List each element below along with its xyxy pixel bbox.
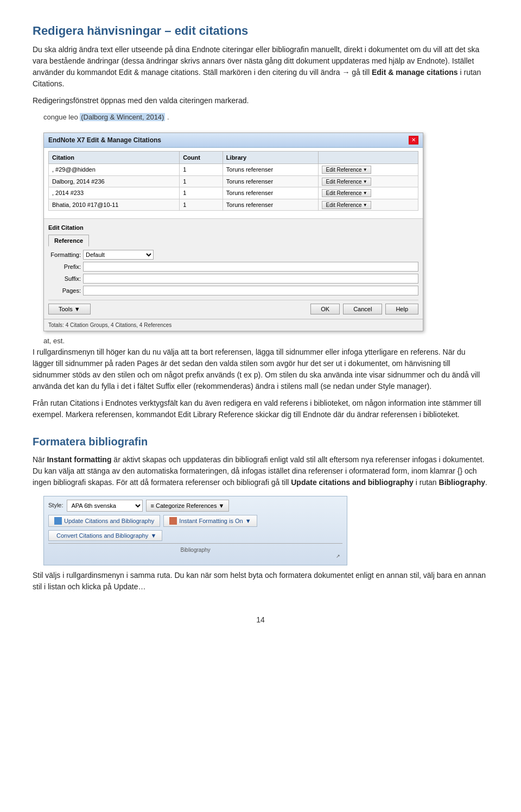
cell-count: 1 bbox=[180, 187, 223, 199]
section2-p1-end: . bbox=[485, 478, 487, 487]
cell-action: Edit Reference ▼ bbox=[319, 175, 418, 187]
dialog-titlebar: EndNote X7 Edit & Manage Citations ✕ bbox=[44, 133, 423, 148]
cell-action: Edit Reference ▼ bbox=[319, 164, 418, 176]
reference-tab[interactable]: Reference bbox=[48, 235, 89, 247]
page-number: 14 bbox=[33, 614, 488, 626]
update-icon bbox=[54, 517, 62, 525]
section2-p1-post2: i rutan bbox=[414, 478, 439, 487]
edit-reference-button[interactable]: Edit Reference ▼ bbox=[322, 201, 371, 209]
edit-ref-dropdown-arrow: ▼ bbox=[363, 179, 367, 184]
table-row: , #29@@hidden 1 Toruns referenser Edit R… bbox=[49, 164, 418, 176]
table-row: Dalborg, 2014 #236 1 Toruns referenser E… bbox=[49, 175, 418, 187]
citations-table: Citation Count Library , #29@@hidden 1 T… bbox=[48, 151, 418, 211]
pages-row: Pages: bbox=[48, 286, 418, 295]
bib-convert-row: Convert Citations and Bibliography ▼ bbox=[48, 530, 342, 541]
categorize-btn[interactable]: ≡ Categorize References ▼ bbox=[146, 500, 230, 512]
col-header-library: Library bbox=[223, 151, 319, 164]
intro-paragraph: Du ska aldrig ändra text eller utseende … bbox=[33, 44, 488, 90]
cell-citation: Dalborg, 2014 #236 bbox=[49, 175, 180, 187]
dialog-lower: Edit Citation Reference Formatting: Defa… bbox=[44, 218, 423, 319]
edit-citation-section: Edit Citation Reference Formatting: Defa… bbox=[48, 223, 418, 295]
cell-citation: , #29@@hidden bbox=[49, 164, 180, 176]
update-citations-btn[interactable]: Update Citations and Bibliography bbox=[48, 515, 160, 527]
ok-button[interactable]: OK bbox=[310, 304, 340, 314]
formatting-label: Formatting: bbox=[48, 250, 81, 260]
categorize-icon: ≡ bbox=[151, 502, 154, 509]
page-title: Redigera hänvisningar – edit citations bbox=[33, 22, 488, 40]
instant-formatting-btn[interactable]: Instant Formatting is On ▼ bbox=[163, 515, 257, 527]
intro-bold: Edit & manage citations bbox=[372, 68, 458, 77]
body-paragraph1: I rullgardinsmenyn till höger kan du nu … bbox=[33, 347, 488, 392]
cell-action: Edit Reference ▼ bbox=[319, 199, 418, 211]
col-header-citation: Citation bbox=[49, 151, 180, 164]
col-header-action bbox=[319, 151, 418, 164]
bib-toolbar-inner: Style: APA 6th svenska ≡ Categorize Refe… bbox=[48, 500, 342, 562]
cell-action: Edit Reference ▼ bbox=[319, 187, 418, 199]
dialog-body: Citation Count Library , #29@@hidden 1 T… bbox=[44, 148, 423, 219]
bib-actions-row: Update Citations and Bibliography Instan… bbox=[48, 515, 342, 527]
bib-style-row: Style: APA 6th svenska ≡ Categorize Refe… bbox=[48, 500, 342, 512]
edit-reference-button[interactable]: Edit Reference ▼ bbox=[322, 166, 371, 174]
categorize-dropdown: ▼ bbox=[218, 502, 224, 509]
style-label: Style: bbox=[48, 501, 63, 510]
suffix-label: Suffix: bbox=[48, 274, 81, 284]
intro-arrow: → bbox=[342, 68, 352, 77]
edit-ref-dropdown-arrow: ▼ bbox=[363, 191, 367, 196]
style-select[interactable]: APA 6th svenska bbox=[67, 500, 143, 512]
edit-ref-label: Edit Reference bbox=[326, 190, 361, 196]
instant-label: Instant Formatting is On bbox=[179, 518, 243, 524]
edit-reference-button[interactable]: Edit Reference ▼ bbox=[322, 178, 371, 186]
context-below-dialog: at, est. bbox=[43, 336, 488, 347]
edit-ref-dropdown-arrow: ▼ bbox=[363, 167, 367, 172]
help-button[interactable]: Help bbox=[385, 304, 418, 314]
dialog-close-button[interactable]: ✕ bbox=[409, 136, 418, 144]
table-row: Bhatia, 2010 #17@10-11 1 Toruns referens… bbox=[49, 199, 418, 211]
formatting-select[interactable]: Default bbox=[83, 250, 154, 260]
edit-ref-dropdown-arrow: ▼ bbox=[363, 203, 367, 207]
edit-ref-label: Edit Reference bbox=[326, 202, 361, 208]
convert-btn[interactable]: Convert Citations and Bibliography ▼ bbox=[48, 530, 162, 541]
cell-citation: , 2014 #233 bbox=[49, 187, 180, 199]
bib-expander-icon[interactable]: ↗ bbox=[336, 553, 340, 561]
prefix-input[interactable] bbox=[83, 262, 418, 272]
cell-citation: Bhatia, 2010 #17@10-11 bbox=[49, 199, 180, 211]
suffix-row: Suffix: bbox=[48, 274, 418, 284]
cell-count: 1 bbox=[180, 199, 223, 211]
intro-paragraph2: Redigeringsfönstret öppnas med den valda… bbox=[33, 95, 488, 106]
section2-paragraph2: Stil väljs i rullgardinsmenyn i samma ru… bbox=[33, 570, 488, 593]
bibliography-toolbar: Style: APA 6th svenska ≡ Categorize Refe… bbox=[43, 496, 347, 565]
pages-input[interactable] bbox=[83, 286, 418, 295]
cell-library: Toruns referenser bbox=[223, 164, 319, 176]
dialog-footer: Totals: 4 Citation Groups, 4 Citations, … bbox=[44, 319, 423, 331]
pages-label: Pages: bbox=[48, 286, 81, 295]
bibliography-bold: Bibliography bbox=[439, 478, 486, 487]
cell-count: 1 bbox=[180, 175, 223, 187]
instant-formatting-bold: Instant formatting bbox=[47, 455, 111, 464]
col-header-count: Count bbox=[180, 151, 223, 164]
dialog-buttons: Tools ▼ OK Cancel Help bbox=[48, 300, 418, 314]
citation-highlight: (Dalborg & Wincent, 2014) bbox=[80, 113, 165, 121]
body-paragraph2: Från rutan Citations i Endnotes verktygs… bbox=[33, 398, 488, 420]
categorize-label: Categorize References bbox=[156, 502, 217, 509]
bib-section-label: Bibliography bbox=[48, 543, 342, 554]
tools-button[interactable]: Tools ▼ bbox=[48, 304, 91, 314]
context-above-dialog: congue leo (Dalborg & Wincent, 2014) . bbox=[43, 112, 488, 123]
edit-ref-label: Edit Reference bbox=[326, 167, 361, 173]
instant-icon bbox=[169, 517, 177, 525]
edit-reference-button[interactable]: Edit Reference ▼ bbox=[322, 189, 371, 197]
edit-ref-label: Edit Reference bbox=[326, 179, 361, 185]
suffix-input[interactable] bbox=[83, 274, 418, 284]
instant-dropdown: ▼ bbox=[245, 518, 251, 524]
cell-library: Toruns referenser bbox=[223, 187, 319, 199]
formatting-row: Formatting: Default bbox=[48, 250, 418, 260]
cell-library: Toruns referenser bbox=[223, 199, 319, 211]
tab-bar: Reference bbox=[48, 235, 418, 247]
convert-label: Convert Citations and Bibliography bbox=[56, 532, 148, 539]
section2-paragraph1: När Instant formatting är aktivt skapas … bbox=[33, 454, 488, 488]
table-row: , 2014 #233 1 Toruns referenser Edit Ref… bbox=[49, 187, 418, 199]
convert-dropdown: ▼ bbox=[150, 532, 156, 539]
cancel-button[interactable]: Cancel bbox=[343, 304, 382, 314]
update-citations-bold: Update citations and bibliography bbox=[291, 478, 414, 487]
section2-title: Formatera bibliografin bbox=[33, 433, 488, 450]
edit-citation-label: Edit Citation bbox=[48, 223, 418, 232]
